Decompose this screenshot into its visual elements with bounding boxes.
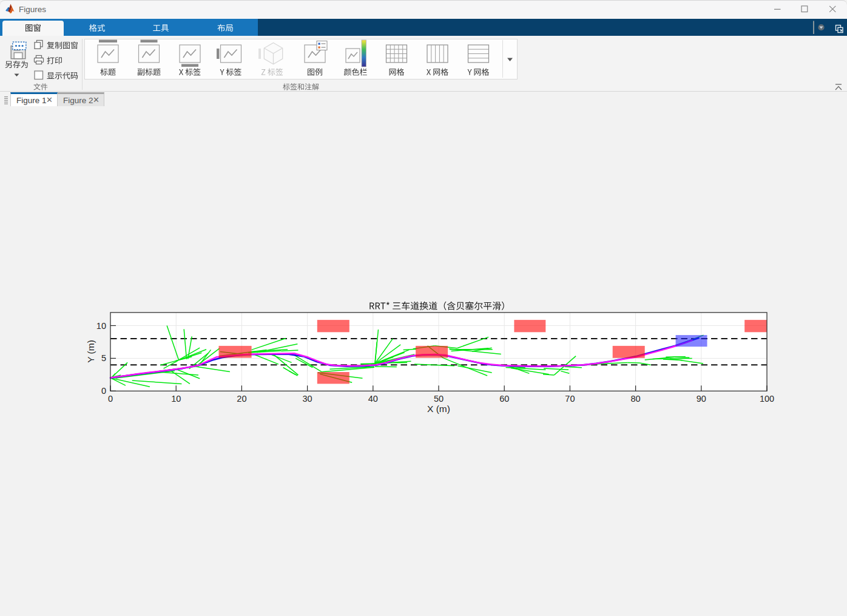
svg-text:90: 90 — [697, 394, 706, 404]
svg-text:70: 70 — [565, 394, 575, 404]
svg-text:30: 30 — [303, 394, 312, 404]
svg-text:80: 80 — [631, 394, 641, 404]
svg-text:X (m): X (m) — [427, 404, 450, 414]
svg-text:5: 5 — [101, 353, 106, 363]
svg-text:50: 50 — [434, 394, 444, 404]
svg-text:0: 0 — [101, 386, 106, 396]
svg-text:20: 20 — [237, 394, 246, 404]
svg-text:10: 10 — [171, 394, 181, 404]
svg-text:60: 60 — [499, 394, 509, 404]
svg-text:40: 40 — [368, 394, 378, 404]
svg-text:100: 100 — [760, 394, 774, 404]
svg-text:Y (m): Y (m) — [86, 340, 96, 363]
svg-text:10: 10 — [96, 321, 106, 331]
svg-text:0: 0 — [108, 394, 113, 404]
